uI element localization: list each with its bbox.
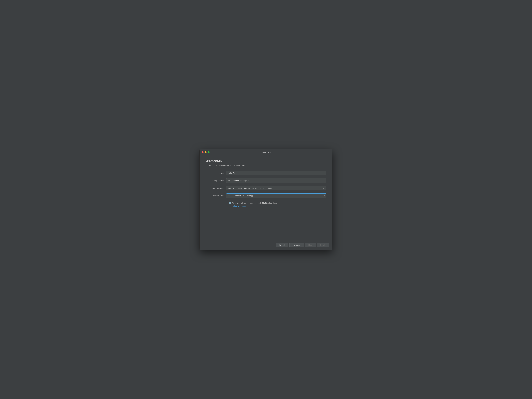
name-label: Name: [206, 172, 226, 174]
info-percent: 99.3%: [262, 202, 268, 204]
content-spacer: [206, 210, 326, 237]
info-icon: ℹ️: [229, 202, 231, 204]
cancel-button[interactable]: Cancel: [276, 243, 288, 247]
section-subtitle: Create a new empty activity with Jetpack…: [206, 164, 326, 166]
traffic-lights: [202, 151, 209, 153]
folder-icon[interactable]: 🗂: [323, 187, 325, 190]
close-button[interactable]: [202, 151, 204, 153]
titlebar: New Project: [200, 149, 332, 155]
finish-button: Finish: [317, 243, 329, 247]
name-form-group: Name: [206, 171, 326, 175]
info-text: Your app will run on approximately 99.3%…: [232, 202, 277, 204]
save-location-label: Save location: [206, 187, 226, 189]
help-me-choose-link[interactable]: Help me choose: [232, 205, 326, 207]
footer: Cancel Previous Next Finish: [200, 240, 332, 250]
minimum-sdk-form-group: Minimum SDK API 21: Android 5.0 (Lollipo…: [206, 193, 326, 198]
save-location-form-group: Save location 🗂: [206, 186, 326, 190]
minimum-sdk-select-container: API 21: Android 5.0 (Lollipop) API 22: A…: [226, 193, 326, 198]
info-line: ℹ️ Your app will run on approximately 99…: [229, 202, 326, 204]
window-title: New Project: [261, 151, 271, 153]
save-location-input-wrapper: 🗂: [226, 186, 326, 190]
next-button: Next: [305, 243, 316, 247]
maximize-button[interactable]: [208, 151, 209, 153]
save-location-input[interactable]: [226, 186, 326, 190]
info-text-prefix: Your app will run on approximately: [232, 202, 262, 204]
package-name-input[interactable]: [226, 178, 326, 183]
minimize-button[interactable]: [205, 151, 207, 153]
previous-button[interactable]: Previous: [290, 243, 304, 247]
main-content: Empty Activity Create a new empty activi…: [200, 155, 332, 240]
minimum-sdk-label: Minimum SDK: [206, 195, 226, 197]
info-row: ℹ️ Your app will run on approximately 99…: [229, 202, 326, 207]
window: New Project Empty Activity Create a new …: [200, 149, 332, 250]
section-title: Empty Activity: [206, 160, 326, 162]
package-name-form-group: Package name: [206, 178, 326, 183]
info-text-suffix: of devices.: [268, 202, 277, 204]
name-input[interactable]: [226, 171, 326, 175]
minimum-sdk-select[interactable]: API 21: Android 5.0 (Lollipop) API 22: A…: [226, 193, 326, 198]
package-name-label: Package name: [206, 180, 226, 182]
